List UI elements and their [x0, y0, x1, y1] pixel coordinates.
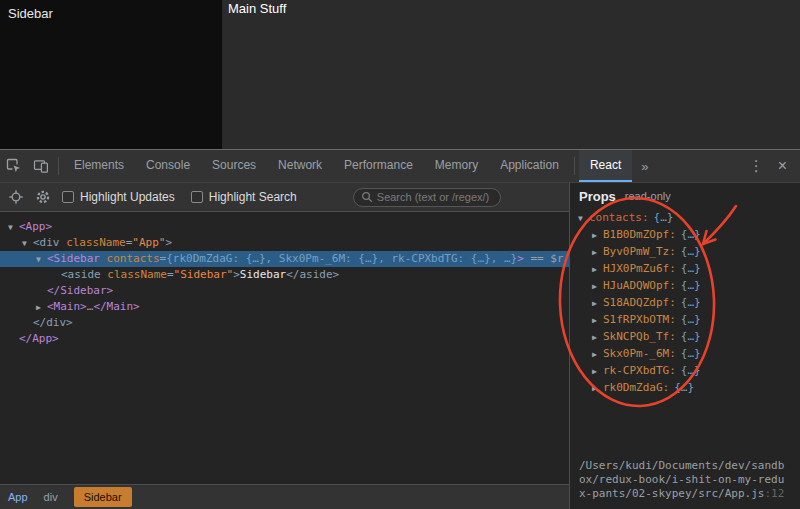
component-tree: ▼<App>▼<div className="App">▼<Sidebar co…: [0, 212, 569, 484]
props-header: Props read-only: [570, 183, 800, 209]
breadcrumb-item-div[interactable]: div: [44, 491, 58, 503]
more-tabs-chevron[interactable]: »: [632, 159, 657, 174]
disclosure-triangle[interactable]: ▶: [592, 329, 603, 346]
tab-performance[interactable]: Performance: [333, 150, 424, 182]
prop-key: S18ADQZdpf:: [603, 296, 676, 309]
tab-memory[interactable]: Memory: [424, 150, 489, 182]
tree-row[interactable]: <aside className="Sidebar">Sidebar</asid…: [0, 267, 569, 283]
disclosure-triangle[interactable]: ▼: [8, 220, 19, 236]
props-entry-row[interactable]: ▶rk-CPXbdTG:{…}: [570, 362, 800, 379]
disclosure-triangle[interactable]: ▶: [592, 346, 603, 363]
highlight-updates-option[interactable]: Highlight Updates: [62, 190, 175, 204]
highlight-updates-checkbox[interactable]: [62, 191, 74, 203]
code-segment: <Main>: [47, 300, 87, 313]
props-entry-row[interactable]: ▶S1fRPXbOTM:{…}: [570, 311, 800, 328]
breadcrumb: AppdivSidebar: [0, 484, 569, 509]
disclosure-triangle[interactable]: ▶: [592, 363, 603, 380]
disclosure-triangle[interactable]: ▶: [36, 300, 47, 316]
props-entry-row[interactable]: ▶Skx0Pm-_6M:{…}: [570, 345, 800, 362]
prop-value: {…}: [681, 364, 701, 377]
device-toolbar-icon[interactable]: [27, 158, 54, 174]
props-entry-row[interactable]: ▶SkNCPQb_Tf:{…}: [570, 328, 800, 345]
code-segment: >: [165, 236, 172, 249]
disclosure-triangle[interactable]: ▶: [592, 312, 603, 329]
code-segment: "Sidebar": [174, 268, 234, 281]
highlight-search-option[interactable]: Highlight Search: [191, 190, 297, 204]
tab-react[interactable]: React: [579, 150, 632, 182]
props-entry-row[interactable]: ▶S18ADQZdpf:{…}: [570, 294, 800, 311]
code-segment: </aside>: [286, 268, 339, 281]
prop-value: {…}: [681, 279, 701, 292]
tab-application[interactable]: Application: [489, 150, 570, 182]
source-path-link[interactable]: /Users/kudi/Documents/dev/sandbox/redux-…: [570, 459, 790, 509]
gear-icon[interactable]: [35, 189, 51, 205]
tree-row[interactable]: ▶<Main>…</Main>: [0, 299, 569, 315]
disclosure-triangle[interactable]: ▼: [578, 210, 589, 227]
tree-row[interactable]: </div>: [0, 315, 569, 331]
devtools-body: Highlight Updates Highlight Search ▼<App…: [0, 183, 800, 509]
devtools-tabs: ElementsConsoleSourcesNetworkPerformance…: [63, 150, 632, 182]
highlight-search-checkbox[interactable]: [191, 191, 203, 203]
app-sidebar-region: Sidebar: [0, 0, 222, 149]
search-box[interactable]: [353, 188, 501, 207]
devtools-menu-icon[interactable]: ⋮: [739, 157, 774, 175]
props-pane: Props read-only ▼contacts:{…}▶B1B0DmZOpf…: [570, 183, 800, 509]
disclosure-triangle[interactable]: ▶: [592, 261, 603, 278]
disclosure-triangle[interactable]: ▼: [22, 236, 33, 252]
devtools-panel: ElementsConsoleSourcesNetworkPerformance…: [0, 150, 800, 509]
props-root-row[interactable]: ▼contacts:{…}: [570, 209, 800, 226]
tabbar-divider: [58, 157, 59, 175]
code-segment: Sidebar: [240, 268, 286, 281]
prop-key: contacts:: [589, 211, 649, 224]
code-segment: className: [107, 268, 167, 281]
tree-row[interactable]: ▼<App>: [0, 219, 569, 235]
props-entry-row[interactable]: ▶HJX0PmZu6f:{…}: [570, 260, 800, 277]
breadcrumb-item-sidebar[interactable]: Sidebar: [74, 487, 132, 507]
props-entry-row[interactable]: ▶HJuADQWOpf:{…}: [570, 277, 800, 294]
disclosure-triangle[interactable]: ▶: [592, 380, 603, 397]
prop-value: {…}: [681, 330, 701, 343]
disclosure-triangle[interactable]: ▶: [592, 227, 603, 244]
inspect-element-icon[interactable]: [0, 158, 27, 174]
code-segment: =: [167, 268, 174, 281]
tree-row[interactable]: </Sidebar>: [0, 283, 569, 299]
disclosure-triangle[interactable]: ▶: [592, 278, 603, 295]
tree-row[interactable]: ▼<Sidebar contacts={rk0DmZdaG: {…}, Skx0…: [0, 251, 569, 267]
tab-console[interactable]: Console: [135, 150, 201, 182]
code-segment: contacts: [107, 252, 160, 265]
react-toolbar: Highlight Updates Highlight Search: [0, 183, 569, 212]
prop-value: {…}: [681, 262, 701, 275]
code-segment: == $r: [524, 252, 564, 265]
devtools-tabbar: ElementsConsoleSourcesNetworkPerformance…: [0, 150, 800, 183]
prop-key: Skx0Pm-_6M:: [603, 347, 676, 360]
props-entry-row[interactable]: ▶Byv0PmW_Tz:{…}: [570, 243, 800, 260]
disclosure-triangle[interactable]: ▶: [592, 244, 603, 261]
search-icon: [361, 191, 373, 203]
tree-row[interactable]: </App>: [0, 331, 569, 347]
tree-row[interactable]: ▼<div className="App">: [0, 235, 569, 251]
disclosure-triangle[interactable]: ▼: [36, 252, 47, 268]
prop-value: {…}: [681, 296, 701, 309]
props-entry-row[interactable]: ▶B1B0DmZOpf:{…}: [570, 226, 800, 243]
disclosure-triangle[interactable]: ▶: [592, 295, 603, 312]
prop-value: {…}: [681, 228, 701, 241]
props-list: ▼contacts:{…}▶B1B0DmZOpf:{…}▶Byv0PmW_Tz:…: [570, 209, 800, 396]
code-segment: </Sidebar>: [47, 284, 113, 297]
prop-key: HJuADQWOpf:: [603, 279, 676, 292]
code-segment: "App": [132, 236, 165, 249]
code-segment: </App>: [19, 332, 59, 345]
devtools-close-icon[interactable]: ×: [774, 157, 800, 175]
tab-elements[interactable]: Elements: [63, 150, 135, 182]
breadcrumb-item-app[interactable]: App: [8, 491, 28, 503]
prop-value: {…}: [681, 313, 701, 326]
source-path-text: /Users/kudi/Documents/dev/sandbox/redux-…: [579, 459, 784, 500]
tab-sources[interactable]: Sources: [201, 150, 267, 182]
search-input[interactable]: [377, 191, 493, 203]
app-sidebar-label: Sidebar: [8, 6, 53, 21]
highlight-updates-label: Highlight Updates: [80, 190, 175, 204]
app-main-region: Main Stuff: [222, 0, 800, 149]
props-title: Props: [579, 189, 616, 204]
tab-network[interactable]: Network: [267, 150, 333, 182]
inspect-target-icon[interactable]: [8, 189, 24, 205]
props-entry-row[interactable]: ▶rk0DmZdaG:{…}: [570, 379, 800, 396]
